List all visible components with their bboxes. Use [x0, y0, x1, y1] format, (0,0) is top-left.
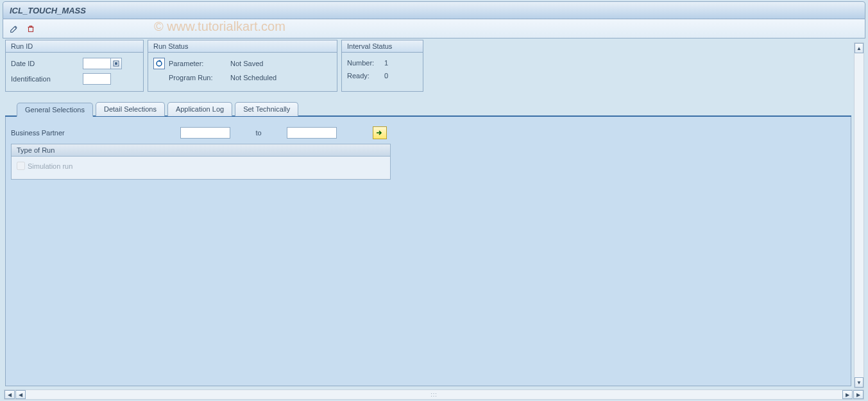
ready-label: Ready: — [347, 72, 384, 80]
svg-rect-2 — [115, 62, 117, 65]
refresh-icon — [155, 60, 163, 67]
identification-label: Identification — [11, 75, 83, 83]
delete-button[interactable] — [24, 22, 38, 36]
scroll-left-button[interactable]: ◀ — [4, 390, 15, 399]
scroll-gripper-icon: ::: — [430, 391, 438, 398]
parameter-value: Not Saved — [230, 60, 263, 67]
number-value: 1 — [384, 59, 388, 67]
program-run-value: Not Scheduled — [230, 74, 277, 81]
type-of-run-header: Type of Run — [12, 144, 390, 157]
scroll-down-button[interactable]: ▼ — [855, 377, 864, 388]
run-id-header: Run ID — [6, 40, 143, 53]
date-id-search-help-button[interactable] — [110, 58, 122, 69]
tab-detail-selections[interactable]: Detail Selections — [96, 102, 165, 116]
tab-set-technically[interactable]: Set Technically — [235, 102, 298, 116]
tab-general-selections[interactable]: General Selections — [17, 103, 93, 117]
identification-input[interactable] — [83, 73, 111, 85]
edit-button[interactable] — [7, 22, 21, 36]
info-groups-row: Run ID Date ID Identification Run Status — [5, 40, 851, 92]
scroll-right-button[interactable]: ▶ — [842, 390, 853, 399]
tab-strip: General Selections Detail Selections App… — [5, 101, 851, 116]
svg-point-3 — [157, 61, 162, 66]
program-run-label: Program Run: — [169, 74, 224, 81]
svg-rect-0 — [29, 27, 33, 31]
title-bar: ICL_TOUCH_MASS — [3, 1, 865, 19]
page-title: ICL_TOUCH_MASS — [10, 6, 86, 15]
tab-content-general: Business Partner to Type of Run Simulati… — [5, 117, 851, 386]
pencil-icon — [10, 24, 19, 33]
toolbar — [3, 19, 865, 38]
status-indicator-icon — [153, 58, 165, 69]
run-status-header: Run Status — [148, 40, 337, 53]
scroll-up-button[interactable]: ▲ — [855, 43, 864, 53]
run-id-group: Run ID Date ID Identification — [5, 40, 144, 92]
scroll-left-button-2[interactable]: ◀ — [15, 390, 26, 399]
interval-status-group: Interval Status Number: 1 Ready: 0 — [341, 40, 423, 92]
business-partner-to-input[interactable] — [287, 127, 337, 139]
interval-status-header: Interval Status — [342, 40, 423, 53]
number-label: Number: — [347, 59, 384, 67]
business-partner-from-input[interactable] — [180, 127, 230, 139]
run-status-group: Run Status Parameter: Not Saved Program … — [148, 40, 337, 92]
multiple-selection-button[interactable] — [373, 126, 387, 139]
search-help-icon — [113, 60, 119, 67]
parameter-label: Parameter: — [169, 60, 224, 67]
tab-application-log[interactable]: Application Log — [167, 102, 232, 116]
ready-value: 0 — [384, 72, 388, 80]
vertical-scrollbar[interactable]: ▲ ▼ — [854, 42, 864, 388]
date-id-label: Date ID — [11, 60, 83, 67]
simulation-run-row: Simulation run — [17, 162, 385, 170]
to-label: to — [230, 129, 287, 137]
type-of-run-group: Type of Run Simulation run — [11, 144, 391, 180]
trash-icon — [26, 24, 35, 33]
scroll-right-button-2[interactable]: ▶ — [853, 390, 864, 399]
simulation-run-label: Simulation run — [28, 162, 72, 170]
tab-content-border: Business Partner to Type of Run Simulati… — [5, 115, 851, 386]
content-area: Run ID Date ID Identification Run Status — [5, 40, 851, 389]
horizontal-scrollbar[interactable]: ◀ ◀ ::: ▶ ▶ — [4, 389, 864, 400]
date-id-input[interactable] — [83, 58, 111, 69]
simulation-run-checkbox[interactable] — [17, 162, 25, 170]
business-partner-label: Business Partner — [11, 129, 180, 137]
arrow-right-icon — [376, 130, 384, 136]
